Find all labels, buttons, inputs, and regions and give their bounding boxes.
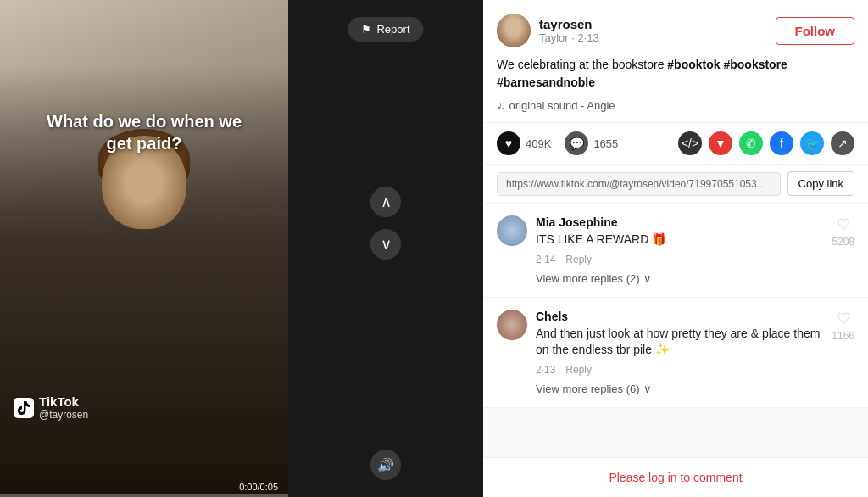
right-panel: tayrosen Taylor · 2·13 Follow We celebra… (483, 0, 868, 497)
actions-left: ♥ 409K 💬 1655 (497, 131, 618, 155)
nav-down-button[interactable]: ∨ (370, 229, 401, 260)
music-icon: ♫ (497, 98, 506, 112)
share-twitter-button[interactable]: 🐦 (800, 131, 824, 155)
volume-icon: 🔊 (377, 457, 394, 473)
nav-up-button[interactable]: ∧ (370, 187, 401, 217)
comment-avatar-2 (497, 310, 527, 340)
share-whatsapp-button[interactable]: ✆ (739, 131, 763, 155)
comment-body-1: Mia Josephine ITS LIKE A REWARD 🎁 2·14 R… (536, 215, 823, 285)
report-button[interactable]: ⚑ Report (348, 17, 423, 42)
login-prompt[interactable]: Please log in to comment (609, 471, 742, 484)
chevron-up-icon: ∧ (381, 193, 392, 211)
comment-body-2: Chels And then just look at how pretty t… (536, 310, 823, 395)
comment-icon: 💬 (565, 131, 588, 155)
tiktok-user: @tayrosen (39, 409, 88, 421)
actions-row: ♥ 409K 💬 1655 </> ▼ ✆ f 🐦 ↗ (483, 123, 868, 165)
like-icon-2: ♡ (837, 310, 850, 328)
middle-panel: ⚑ Report ∧ ∨ 🔊 (288, 0, 483, 497)
comment-username-1[interactable]: Mia Josephine (536, 215, 823, 229)
sound-label: original sound - Angie (509, 99, 615, 112)
video-overlay-text: What do we do when we get paid? (0, 110, 288, 154)
login-footer: Please log in to comment (483, 457, 868, 497)
avatar[interactable] (497, 14, 531, 47)
user-subtitle: Taylor · 2·13 (539, 31, 599, 44)
user-info: tayrosen Taylor · 2·13 (497, 14, 599, 47)
post-caption: We celebrating at the bookstore #booktok… (497, 56, 854, 92)
comment-reply-1[interactable]: Reply (565, 254, 592, 265)
hashtag-bookstore[interactable]: #bookstore (723, 58, 787, 71)
url-row: https://www.tiktok.com/@tayrosen/video/7… (483, 165, 868, 204)
like-count-1: 5208 (832, 236, 854, 248)
comment-text-1: ITS LIKE A REWARD 🎁 (536, 232, 823, 248)
video-panel: What do we do when we get paid? TikTok @… (0, 0, 288, 497)
comment-like-2[interactable]: ♡ 1166 (832, 310, 854, 395)
follow-button[interactable]: Follow (776, 17, 855, 45)
actions-right: </> ▼ ✆ f 🐦 ↗ (678, 131, 854, 155)
chevron-replies-1: ∨ (643, 272, 652, 285)
comment-item: Mia Josephine ITS LIKE A REWARD 🎁 2·14 R… (483, 204, 868, 298)
comment-date-1: 2·14 (536, 254, 555, 265)
comment-like-1[interactable]: ♡ 5208 (832, 215, 854, 285)
volume-button[interactable]: 🔊 (370, 450, 401, 480)
comment-meta-2: 2·13 Reply (536, 364, 823, 376)
username: tayrosen (539, 17, 599, 31)
share-facebook-button[interactable]: f (770, 131, 793, 155)
video-time: 0:00/0:05 (239, 482, 278, 492)
comment-meta-1: 2·14 Reply (536, 254, 823, 265)
tiktok-logo: TikTok @tayrosen (14, 394, 88, 421)
like-icon-1: ♡ (837, 215, 850, 234)
post-sound[interactable]: ♫ original sound - Angie (497, 98, 854, 112)
heart-icon: ♥ (497, 131, 520, 155)
report-label: Report (376, 23, 409, 36)
copy-link-button[interactable]: Copy link (787, 171, 854, 196)
comment-text-2: And then just look at how pretty they ar… (536, 326, 823, 359)
url-display: https://www.tiktok.com/@tayrosen/video/7… (497, 172, 781, 196)
share-more-button[interactable]: ↗ (831, 131, 854, 155)
hashtag-booktok[interactable]: #booktok (667, 58, 720, 71)
post-header: tayrosen Taylor · 2·13 Follow We celebra… (483, 0, 868, 123)
hashtag-barnesandnoble[interactable]: #barnesandnoble (497, 75, 595, 89)
comments-section: Mia Josephine ITS LIKE A REWARD 🎁 2·14 R… (483, 204, 868, 457)
like-action[interactable]: ♥ 409K (497, 131, 551, 155)
comment-count: 1655 (593, 137, 618, 150)
comment-date-2: 2·13 (536, 364, 555, 376)
user-row: tayrosen Taylor · 2·13 Follow (497, 14, 854, 47)
chevron-down-icon: ∨ (381, 235, 392, 254)
tiktok-icon (14, 398, 34, 418)
share-download-button[interactable]: ▼ (709, 131, 732, 155)
chevron-replies-2: ∨ (643, 383, 652, 395)
like-count: 409K (526, 137, 551, 150)
tiktok-brand: TikTok (39, 394, 88, 409)
flag-icon: ⚑ (361, 23, 371, 36)
view-more-replies-1[interactable]: View more replies (2) ∨ (536, 272, 823, 285)
view-more-replies-2[interactable]: View more replies (6) ∨ (536, 383, 823, 395)
comment-item-2: Chels And then just look at how pretty t… (483, 298, 868, 408)
like-count-2: 1166 (832, 330, 854, 342)
comment-action[interactable]: 💬 1655 (565, 131, 618, 155)
user-details: tayrosen Taylor · 2·13 (539, 17, 599, 44)
comment-reply-2[interactable]: Reply (565, 364, 592, 376)
comment-avatar-1 (497, 215, 527, 246)
comment-username-2[interactable]: Chels (536, 310, 823, 323)
share-embed-button[interactable]: </> (678, 131, 702, 155)
